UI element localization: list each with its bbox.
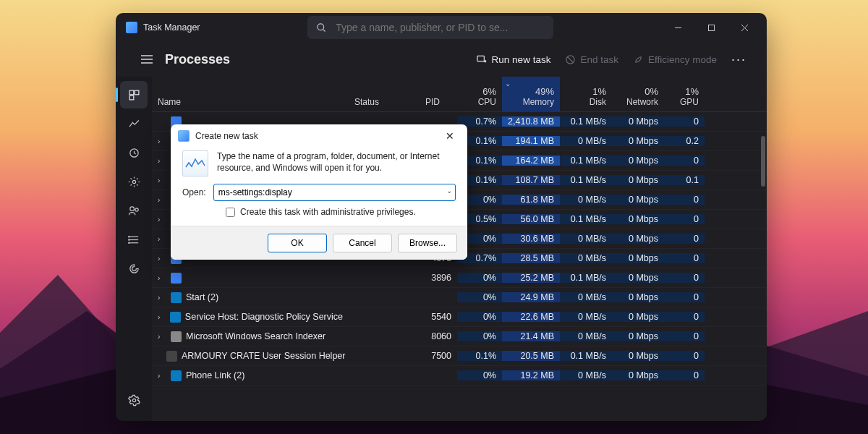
close-button[interactable] [728,13,761,42]
leaf-icon [633,54,644,65]
col-disk[interactable]: Disk [566,97,606,111]
open-input[interactable] [213,184,456,201]
cell-network: 0 Mbps [612,253,664,263]
cell-gpu: 0 [664,312,705,322]
cell-disk: 0 MB/s [560,234,612,244]
more-button[interactable]: ··· [724,49,754,70]
expand-chevron-icon[interactable]: › [158,157,166,165]
svg-rect-15 [129,90,134,95]
table-row[interactable]: ›Service Host: Diagnostic Policy Service… [152,307,767,327]
cell-disk: 0.1 MB/s [560,116,612,127]
run-new-task-button[interactable]: Run new task [469,49,558,69]
col-status[interactable]: Status [354,97,414,111]
process-name: Start (2) [186,292,218,302]
expand-chevron-icon[interactable]: › [158,294,166,302]
col-cpu[interactable]: CPU [463,97,496,111]
maximize-button[interactable] [694,13,728,42]
create-new-task-dialog: Create new task ✕ Type the name of a pro… [171,124,467,260]
svg-point-19 [132,180,135,183]
titlebar: Task Manager [116,13,767,42]
admin-privileges-checkbox[interactable] [226,208,235,217]
cell-memory: 28.5 MB [502,253,560,263]
cell-network: 0 Mbps [612,273,664,283]
sidebar-item-startup[interactable] [120,168,148,195]
sidebar-item-performance[interactable] [120,110,148,137]
expand-chevron-icon[interactable]: › [158,196,166,204]
cell-memory: 2,410.8 MB [502,116,560,127]
expand-chevron-icon[interactable]: › [158,137,166,145]
end-task-button[interactable]: End task [558,50,626,69]
svg-rect-10 [477,56,484,61]
cell-disk: 0.1 MB/s [560,175,612,185]
cell-pid: 3896 [420,273,457,283]
open-label: Open: [182,187,206,197]
sidebar [116,77,152,421]
sidebar-item-processes[interactable] [120,81,148,109]
expand-chevron-icon[interactable]: › [158,333,166,341]
svg-rect-17 [129,95,134,100]
table-row[interactable]: ›Microsoft Windows Search Indexer80600%2… [152,327,767,346]
ok-button[interactable]: OK [268,234,327,252]
minimize-button[interactable] [661,13,694,42]
cell-network: 0 Mbps [612,351,664,361]
expand-chevron-icon[interactable]: › [158,372,166,380]
expand-chevron-icon[interactable]: › [158,176,166,184]
cell-disk: 0.1 MB/s [560,351,612,361]
table-row[interactable]: ›Start (2)0%24.9 MB0 MB/s0 Mbps0 [152,288,767,307]
scrollbar-thumb[interactable] [761,136,765,187]
search-input[interactable] [336,22,545,33]
expand-chevron-icon[interactable]: › [158,313,166,321]
expand-chevron-icon[interactable]: › [158,255,166,263]
cell-gpu: 0 [664,195,705,205]
browse-button[interactable]: Browse... [398,234,457,252]
cell-memory: 194.1 MB [502,136,560,146]
dialog-titlebar: Create new task ✕ [171,124,467,148]
cell-memory: 25.2 MB [502,273,560,283]
cell-gpu: 0.2 [664,136,705,146]
cell-gpu: 0 [664,351,705,361]
dropdown-chevron-icon[interactable]: ⌄ [446,187,452,195]
col-pid[interactable]: PID [425,97,451,111]
sidebar-item-settings[interactable] [120,386,148,414]
cell-gpu: 0 [664,370,705,380]
cell-gpu: 0 [664,214,705,224]
expand-chevron-icon[interactable]: › [158,235,166,243]
end-task-icon [565,54,576,65]
process-name: Microsoft Windows Search Indexer [186,331,326,341]
efficiency-mode-button[interactable]: Efficiency mode [626,50,724,69]
expand-chevron-icon[interactable]: › [158,274,166,282]
cell-gpu: 0 [664,331,705,341]
table-row[interactable]: ›38960%25.2 MB0.1 MB/s0 Mbps0 [152,268,767,288]
dialog-close-button[interactable]: ✕ [440,130,460,142]
svg-line-14 [568,56,574,62]
cell-gpu: 0 [664,156,705,166]
col-gpu[interactable]: GPU [670,97,699,111]
sidebar-item-details[interactable] [120,226,148,253]
cell-memory: 164.2 MB [502,156,560,166]
cell-memory: 21.4 MB [502,331,560,341]
search-box[interactable] [307,16,553,39]
cell-pid: 5540 [420,312,457,322]
cell-network: 0 Mbps [612,214,664,224]
table-row[interactable]: ›Phone Link (2)0%19.2 MB0 MB/s0 Mbps0 [152,366,767,386]
cell-memory: 30.6 MB [502,234,560,244]
cell-disk: 0.1 MB/s [560,156,612,166]
search-icon [316,22,327,33]
svg-rect-16 [135,90,139,95]
svg-point-27 [128,242,129,243]
cancel-button[interactable]: Cancel [333,234,392,252]
sidebar-item-users[interactable] [120,197,148,224]
cell-network: 0 Mbps [612,331,664,341]
expand-chevron-icon[interactable]: › [158,216,166,224]
cell-cpu: 0% [457,312,502,322]
cell-gpu: 0 [664,234,705,244]
col-name[interactable]: Name [158,97,343,111]
admin-privileges-label: Create this task with administrative pri… [240,207,416,217]
cell-cpu: 0% [457,370,502,380]
sidebar-item-history[interactable] [120,139,148,166]
sidebar-item-services[interactable] [120,255,148,282]
col-network[interactable]: Network [618,97,658,111]
col-memory[interactable]: Memory [508,97,554,111]
table-row[interactable]: ARMOURY CRATE User Session Helper75000.1… [152,346,767,366]
hamburger-icon[interactable] [140,54,153,64]
